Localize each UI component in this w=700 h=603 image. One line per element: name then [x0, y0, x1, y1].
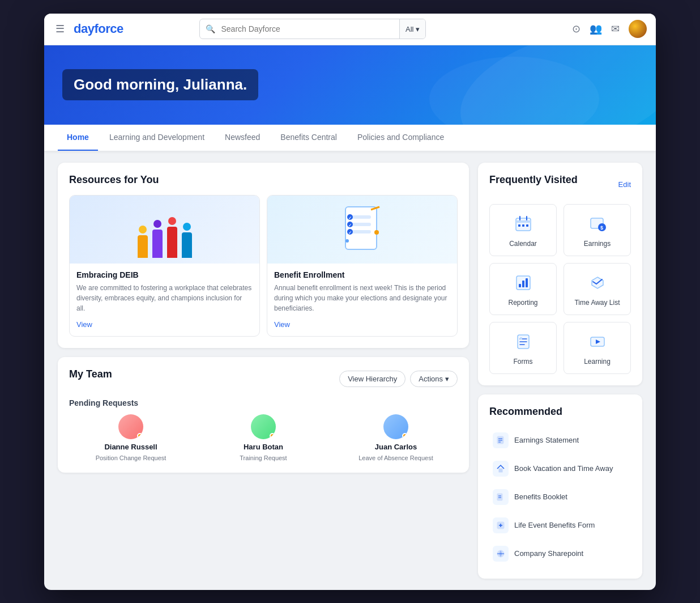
haru-avatar: [251, 414, 276, 439]
juan-name: Juan Carlos: [375, 443, 417, 451]
chevron-down-icon: ▾: [416, 25, 420, 33]
earnings-statement-icon: [493, 432, 509, 448]
svg-rect-3: [351, 230, 371, 233]
freq-item-time-away[interactable]: Time Away List: [564, 263, 631, 315]
freq-edit-link[interactable]: Edit: [618, 180, 631, 189]
resources-grid: Embracing DEIB We are committed to foste…: [69, 195, 458, 337]
earnings-statement-label: Earnings Statement: [514, 436, 579, 444]
tab-newsfeed[interactable]: Newsfeed: [216, 125, 269, 151]
recommended-list: Earnings Statement Book Vacation and Tim…: [489, 427, 631, 567]
check-circle-icon[interactable]: ⊙: [572, 23, 581, 35]
freq-item-calendar[interactable]: Calendar: [489, 204, 557, 256]
forms-label: Forms: [514, 358, 533, 366]
tab-policies-compliance[interactable]: Policies and Compliance: [348, 125, 453, 151]
calendar-label: Calendar: [509, 240, 537, 248]
avatar[interactable]: [629, 20, 647, 38]
tab-learning-development[interactable]: Learning and Development: [100, 125, 214, 151]
svg-text:$: $: [600, 225, 603, 231]
rec-earnings-statement[interactable]: Earnings Statement: [489, 427, 631, 454]
header: ☰ dayforce 🔍 All ▾ ⊙ 👥 ✉: [44, 14, 656, 45]
time-away-icon: [586, 271, 609, 294]
mail-icon[interactable]: ✉: [611, 23, 620, 35]
life-event-label: Life Event Benefits Form: [514, 521, 595, 529]
rec-book-vacation[interactable]: Book Vacation and Time Away: [489, 455, 631, 482]
booklet-icon: [493, 489, 509, 505]
frequently-visited-card: Frequently Visited Edit Calendar $: [478, 163, 642, 385]
dianne-status-dot: [137, 433, 143, 439]
benefit-name: Benefit Enrollment: [274, 270, 450, 279]
svg-rect-31: [520, 337, 522, 339]
svg-rect-1: [351, 215, 371, 219]
search-icon: 🔍: [200, 24, 221, 33]
recommended-card: Recommended Earnings Statement Book Vaca…: [478, 394, 642, 579]
freq-item-reporting[interactable]: Reporting: [489, 263, 557, 315]
benefit-view-link[interactable]: View: [274, 320, 290, 329]
people-icon[interactable]: 👥: [590, 23, 602, 35]
deib-image: [70, 196, 259, 264]
freq-header: Frequently Visited Edit: [489, 174, 631, 195]
checklist-svg: ✓ ✓ ✓: [343, 204, 382, 255]
team-header: My Team View Hierarchy Actions ▾: [69, 368, 458, 389]
search-input[interactable]: [221, 24, 399, 33]
resource-item-deib[interactable]: Embracing DEIB We are committed to foste…: [69, 195, 260, 337]
rec-life-event[interactable]: Life Event Benefits Form: [489, 512, 631, 539]
dianne-name: Dianne Russell: [104, 443, 157, 451]
svg-rect-26: [526, 278, 528, 287]
recommended-title: Recommended: [489, 406, 631, 418]
learning-label: Learning: [584, 358, 611, 366]
reporting-icon: [512, 271, 535, 294]
resources-title: Resources for You: [69, 174, 458, 186]
pending-requests-label: Pending Requests: [69, 398, 458, 407]
actions-button[interactable]: Actions ▾: [410, 371, 458, 387]
search-filter-dropdown[interactable]: All ▾: [399, 19, 425, 39]
team-actions: View Hierarchy Actions ▾: [339, 371, 458, 387]
search-container: 🔍 All ▾: [199, 19, 426, 39]
left-column: Resources for You: [58, 163, 469, 473]
deib-view-link[interactable]: View: [76, 320, 92, 329]
team-member-dianne: Dianne Russell Position Change Request: [69, 414, 193, 461]
app-window: ☰ dayforce 🔍 All ▾ ⊙ 👥 ✉ Good morning, J…: [44, 14, 656, 590]
svg-rect-19: [526, 224, 528, 227]
freq-item-learning[interactable]: Learning: [564, 322, 631, 374]
view-hierarchy-button[interactable]: View Hierarchy: [339, 371, 406, 387]
team-member-juan: Juan Carlos Leave of Absence Request: [334, 414, 458, 461]
haru-name: Haru Botan: [244, 443, 283, 451]
right-column: Frequently Visited Edit Calendar $: [478, 163, 642, 579]
team-members-list: Dianne Russell Position Change Request H…: [69, 414, 458, 461]
nav-tabs: Home Learning and Development Newsfeed B…: [44, 125, 656, 151]
reporting-label: Reporting: [508, 299, 537, 307]
greeting-text: Good morning, Julianna.: [74, 76, 247, 93]
actions-chevron-icon: ▾: [445, 375, 449, 383]
svg-rect-17: [518, 224, 520, 227]
hero-banner: Good morning, Julianna.: [44, 45, 656, 125]
rec-company-sharepoint[interactable]: Company Sharepoint: [489, 540, 631, 567]
freq-item-earnings[interactable]: $ Earnings: [564, 204, 631, 256]
svg-rect-38: [499, 469, 502, 472]
svg-rect-24: [519, 284, 521, 287]
menu-icon[interactable]: ☰: [53, 20, 67, 37]
svg-text:✓: ✓: [348, 231, 352, 235]
tab-benefits-central[interactable]: Benefits Central: [271, 125, 346, 151]
my-team-title: My Team: [69, 368, 112, 380]
main-content: Resources for You: [44, 151, 656, 590]
sharepoint-label: Company Sharepoint: [514, 549, 583, 558]
freq-item-forms[interactable]: Forms: [489, 322, 557, 374]
greeting-box: Good morning, Julianna.: [62, 69, 258, 100]
haru-status-dot: [270, 433, 275, 439]
svg-rect-39: [497, 494, 502, 500]
earnings-label: Earnings: [584, 240, 611, 248]
svg-rect-14: [516, 220, 531, 223]
juan-status-dot: [402, 433, 408, 439]
tab-home[interactable]: Home: [58, 125, 98, 151]
resource-item-benefit[interactable]: ✓ ✓ ✓: [267, 195, 458, 337]
svg-text:✓: ✓: [348, 216, 352, 220]
rec-benefits-booklet[interactable]: Benefits Booklet: [489, 483, 631, 511]
freq-grid: Calendar $ Earnings Reporting: [489, 204, 631, 374]
svg-rect-0: [345, 207, 377, 249]
deib-desc: We are committed to fostering a workplac…: [76, 283, 253, 313]
svg-rect-25: [522, 281, 524, 287]
deib-name: Embracing DEIB: [76, 270, 253, 279]
svg-rect-18: [522, 224, 524, 227]
juan-request: Leave of Absence Request: [358, 455, 433, 461]
vacation-icon: [493, 461, 509, 477]
